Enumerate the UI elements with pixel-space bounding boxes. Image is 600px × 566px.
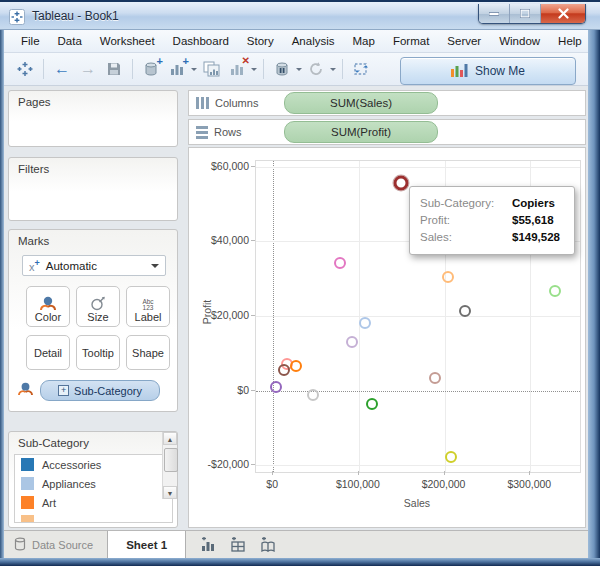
sum-profit-pill[interactable]: SUM(Profit) xyxy=(284,121,438,143)
menu-worksheet[interactable]: Worksheet xyxy=(91,32,164,50)
menu-help[interactable]: Help xyxy=(549,32,591,50)
columns-shelf[interactable]: Columns SUM(Sales) xyxy=(188,90,586,116)
x-axis-tick-label: $0 xyxy=(232,478,312,490)
legend-item[interactable]: Accessories xyxy=(15,455,172,474)
rows-icon xyxy=(196,126,208,139)
save-icon[interactable] xyxy=(102,58,126,80)
redo-icon[interactable]: → xyxy=(76,58,100,80)
columns-icon xyxy=(196,97,209,109)
legend-item[interactable]: Art xyxy=(15,493,172,512)
scatter-point[interactable] xyxy=(429,372,441,384)
menu-format[interactable]: Format xyxy=(384,32,438,50)
mark-type-value: Automatic xyxy=(46,260,97,272)
clear-sheet-icon[interactable]: ✕ xyxy=(225,58,249,80)
detail-button-label: Detail xyxy=(34,347,62,359)
tooltip-button-label: Tooltip xyxy=(82,347,114,359)
legend-item-partial[interactable] xyxy=(15,512,172,523)
new-worksheet-icon[interactable]: + xyxy=(165,58,189,80)
sheet1-tab[interactable]: Sheet 1 xyxy=(107,531,186,558)
close-button[interactable] xyxy=(541,4,585,23)
data-source-icon xyxy=(14,537,26,553)
new-worksheet-caret-icon[interactable] xyxy=(191,68,197,74)
sheet1-tab-label: Sheet 1 xyxy=(126,539,167,551)
minimize-button[interactable] xyxy=(479,4,510,23)
refresh-caret-icon[interactable] xyxy=(330,68,336,74)
scatter-point[interactable] xyxy=(459,305,471,317)
expand-plus-icon[interactable]: + xyxy=(58,385,69,396)
rows-shelf-label: Rows xyxy=(214,126,242,138)
scatter-point[interactable] xyxy=(270,381,282,393)
tooltip-button[interactable]: Tooltip xyxy=(76,335,120,370)
y-axis-tick-label: $60,000 xyxy=(191,160,249,172)
scroll-down-icon[interactable]: ▼ xyxy=(163,486,177,499)
scatter-point[interactable] xyxy=(442,271,454,283)
gridline-horizontal xyxy=(256,465,580,466)
pause-auto-updates-caret-icon[interactable] xyxy=(296,68,302,74)
new-dashboard-tab-icon[interactable] xyxy=(230,531,246,558)
legend-scrollbar[interactable]: ▲ ▼ xyxy=(162,432,177,499)
legend-item-label: Appliances xyxy=(42,478,96,490)
add-data-source-icon[interactable]: + xyxy=(139,58,163,80)
run-update-icon[interactable] xyxy=(349,58,373,80)
data-source-tab[interactable]: Data Source xyxy=(4,531,107,558)
scatter-point[interactable] xyxy=(334,257,346,269)
sub-category-pill[interactable]: + Sub-Category xyxy=(40,380,160,401)
menu-story[interactable]: Story xyxy=(238,32,283,50)
legend-item[interactable]: Appliances xyxy=(15,474,172,493)
legend-swatch xyxy=(21,515,34,523)
rows-shelf[interactable]: Rows SUM(Profit) xyxy=(188,119,586,145)
show-me-button[interactable]: Show Me xyxy=(400,57,576,85)
legend-title: Sub-Category xyxy=(9,432,177,449)
color-icon xyxy=(39,294,57,311)
menu-server[interactable]: Server xyxy=(438,32,490,50)
tooltip-row-label: Sub-Category: xyxy=(420,195,512,212)
tooltip-row-label: Sales: xyxy=(420,229,512,246)
menu-file[interactable]: File xyxy=(12,32,49,50)
scatter-point[interactable] xyxy=(307,389,319,401)
scatter-point[interactable] xyxy=(346,336,358,348)
scatter-point[interactable] xyxy=(366,398,378,410)
clear-sheet-caret-icon[interactable] xyxy=(251,68,257,74)
pause-auto-updates-icon[interactable] xyxy=(270,58,294,80)
x-axis-title: Sales xyxy=(255,497,579,509)
new-story-tab-icon[interactable] xyxy=(260,531,276,558)
toolbar: ← → + + ✕ Show Me xyxy=(4,53,588,86)
size-icon xyxy=(90,294,106,311)
menu-window[interactable]: Window xyxy=(490,32,549,50)
duplicate-sheet-icon[interactable] xyxy=(199,58,223,80)
scatter-point[interactable] xyxy=(278,364,290,376)
y-axis-tick xyxy=(251,240,255,241)
menu-bar: FileDataWorksheetDashboardStoryAnalysisM… xyxy=(4,30,588,53)
label-button[interactable]: Abc123 Label xyxy=(126,286,170,327)
chevron-down-icon xyxy=(151,264,159,272)
mark-type-dropdown[interactable]: x+ Automatic xyxy=(22,255,166,276)
new-worksheet-tab-icon[interactable] xyxy=(200,531,216,558)
menu-data[interactable]: Data xyxy=(49,32,91,50)
x-axis-tick xyxy=(444,471,445,475)
tableau-toolbar-logo-icon[interactable] xyxy=(13,58,37,80)
scatter-point[interactable] xyxy=(359,317,371,329)
menu-map[interactable]: Map xyxy=(344,32,384,50)
size-button[interactable]: Size xyxy=(76,286,120,327)
scrollbar-thumb[interactable] xyxy=(164,448,178,472)
refresh-icon[interactable] xyxy=(304,58,328,80)
restore-button[interactable] xyxy=(510,4,541,23)
scatter-point-copiers[interactable] xyxy=(394,175,409,190)
color-button[interactable]: Color xyxy=(26,286,70,327)
sum-sales-pill[interactable]: SUM(Sales) xyxy=(284,92,438,114)
menu-dashboard[interactable]: Dashboard xyxy=(164,32,238,50)
window-title: Tableau - Book1 xyxy=(32,9,119,23)
menu-analysis[interactable]: Analysis xyxy=(283,32,344,50)
scatter-point[interactable] xyxy=(445,451,457,463)
x-axis-tick xyxy=(272,471,273,475)
detail-button[interactable]: Detail xyxy=(26,335,70,370)
scatter-point[interactable] xyxy=(290,360,302,372)
x-axis-tick xyxy=(529,471,530,475)
scroll-up-icon[interactable]: ▲ xyxy=(163,432,177,445)
tooltip-row: Profit:$55,618 xyxy=(420,212,564,229)
undo-icon[interactable]: ← xyxy=(50,58,74,80)
size-button-label: Size xyxy=(87,311,108,323)
show-me-label: Show Me xyxy=(475,64,525,78)
shape-button[interactable]: Shape xyxy=(126,335,170,370)
scatter-point[interactable] xyxy=(549,285,561,297)
